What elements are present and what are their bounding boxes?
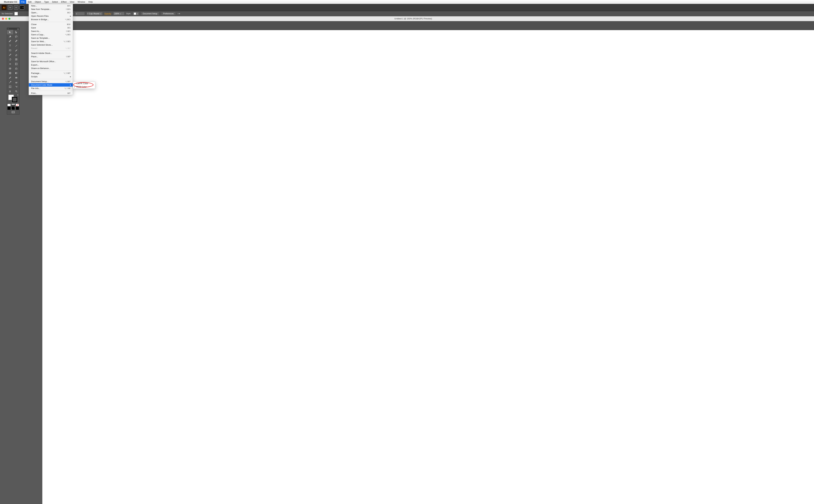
- tool-scale[interactable]: [13, 57, 19, 62]
- tool-lasso[interactable]: [13, 34, 19, 39]
- close-icon[interactable]: ×: [8, 28, 9, 30]
- menu-select[interactable]: Select: [50, 0, 59, 4]
- submenu-item-label: RGB Color: [76, 86, 87, 88]
- file-menu-item-print[interactable]: Print...⌘P: [29, 91, 73, 95]
- tool-blend[interactable]: [13, 75, 19, 80]
- file-menu-item-share-on-behance[interactable]: Share on Behance...: [29, 67, 73, 70]
- tool-pencil[interactable]: [7, 53, 13, 57]
- file-menu-item-browse-in-bridge[interactable]: Browse in Bridge...⌥⌘O: [29, 18, 73, 21]
- tool-perspective[interactable]: [13, 66, 19, 71]
- menu-type[interactable]: Type: [42, 0, 50, 4]
- menu-view[interactable]: View: [68, 0, 76, 4]
- tool-magic-wand[interactable]: [7, 34, 13, 39]
- menu-window[interactable]: Window: [76, 0, 87, 4]
- color-mode-solid[interactable]: [7, 104, 11, 106]
- tool-hand[interactable]: [7, 89, 13, 94]
- file-menu-item-save-as-template[interactable]: Save as Template...: [29, 36, 73, 40]
- file-menu-item-search-adobe-stock[interactable]: Search Adobe Stock...: [29, 51, 73, 55]
- tool-width[interactable]: [7, 62, 13, 66]
- opacity-dropdown[interactable]: 100%: [113, 12, 125, 15]
- app-name[interactable]: Illustrator CC: [4, 1, 17, 3]
- menu-item-shortcut: ⌘N: [67, 5, 70, 7]
- brush-value: 3 pt. Round: [89, 13, 99, 15]
- tool-gradient[interactable]: [13, 71, 19, 75]
- tool-type[interactable]: [7, 43, 13, 48]
- stroke-color-swatch[interactable]: [12, 97, 17, 102]
- tool-eyedropper[interactable]: [7, 75, 13, 80]
- brush-dropdown[interactable]: •3 pt. Round: [86, 12, 103, 15]
- document-tabstrip: [42, 21, 814, 30]
- tool-direct-selection[interactable]: [13, 30, 19, 34]
- window-close-button[interactable]: [2, 18, 4, 20]
- color-mode-option-cmyk-color[interactable]: CMYK Color: [73, 82, 95, 85]
- tool-paintbrush[interactable]: [13, 48, 19, 53]
- file-menu-item-save-as[interactable]: Save As...⇧⌘S: [29, 29, 73, 33]
- tool-zoom[interactable]: [13, 89, 19, 94]
- tool-symbol-sprayer[interactable]: [7, 80, 13, 84]
- tool-shape-builder[interactable]: [7, 66, 13, 71]
- tool-eraser[interactable]: [13, 53, 19, 57]
- preferences-button[interactable]: Preferences: [161, 12, 176, 16]
- menu-file[interactable]: File: [20, 0, 26, 4]
- file-menu-item-save-a-copy[interactable]: Save a Copy...⌥⌘S: [29, 33, 73, 36]
- file-menu-item-package[interactable]: Package...⌥⇧⌘P: [29, 71, 73, 75]
- tools-panel-header[interactable]: × ◂◂: [7, 28, 19, 30]
- arrange-documents-button[interactable]: [20, 5, 24, 10]
- file-menu-item-save-for-microsoft-office[interactable]: Save for Microsoft Office...: [29, 60, 73, 63]
- window-minimize-button[interactable]: [5, 18, 7, 20]
- svg-rect-22: [12, 107, 14, 109]
- menu-item-label: Save: [31, 27, 36, 29]
- tool-rotate[interactable]: [7, 57, 13, 62]
- menu-effect[interactable]: Effect: [60, 0, 68, 4]
- file-menu-item-new[interactable]: New...⌘N: [29, 4, 73, 7]
- style-dropdown[interactable]: [133, 12, 139, 15]
- align-icon[interactable]: ⇿▾: [177, 13, 180, 15]
- file-menu-item-document-setup[interactable]: Document Setup...⌥⌘P: [29, 80, 73, 83]
- stroke-profile-dropdown[interactable]: [75, 12, 85, 15]
- fill-stroke-control[interactable]: ⤭: [7, 94, 19, 103]
- window-zoom-button[interactable]: [8, 18, 10, 20]
- tool-free-transform[interactable]: [13, 62, 19, 66]
- tool-pen[interactable]: [7, 39, 13, 43]
- file-menu-item-close[interactable]: Close⌘W: [29, 23, 73, 26]
- swap-fill-stroke-icon[interactable]: ⤭: [17, 94, 18, 96]
- draw-normal-icon[interactable]: [7, 107, 11, 110]
- tool-line[interactable]: [13, 43, 19, 48]
- tool-rectangle[interactable]: [7, 48, 13, 53]
- color-mode-gradient[interactable]: [11, 104, 15, 106]
- color-mode-option-rgb-color[interactable]: ✓RGB Color: [73, 85, 95, 89]
- menu-edit[interactable]: Edit: [26, 0, 33, 4]
- opacity-label[interactable]: Opacity:: [104, 13, 112, 15]
- tool-mesh[interactable]: [7, 71, 13, 75]
- file-menu-item-new-from-template[interactable]: New from Template...⇧⌘N: [29, 7, 73, 11]
- tool-selection[interactable]: [7, 30, 13, 34]
- file-menu-item-file-info[interactable]: File Info...⌥⇧⌘I: [29, 87, 73, 90]
- file-menu-item-export[interactable]: Export...: [29, 63, 73, 67]
- menu-help[interactable]: Help: [87, 0, 94, 4]
- bridge-button[interactable]: Br: [8, 5, 12, 10]
- tool-curvature[interactable]: [13, 39, 19, 43]
- tool-column-graph[interactable]: [13, 80, 19, 84]
- file-menu-item-open[interactable]: Open...⌘O: [29, 11, 73, 14]
- file-menu-item-open-recent-files[interactable]: Open Recent Files: [29, 14, 73, 18]
- file-menu-item-save[interactable]: Save⌘S: [29, 26, 73, 29]
- fill-swatch[interactable]: [14, 12, 18, 15]
- tool-artboard[interactable]: [7, 84, 13, 89]
- file-menu-item-place[interactable]: Place...⇧⌘P: [29, 55, 73, 58]
- control-bar: No Selection orm •3 pt. Round Opacity: 1…: [0, 11, 814, 16]
- draw-inside-icon[interactable]: [15, 107, 19, 110]
- draw-behind-icon[interactable]: [11, 107, 15, 110]
- file-menu-item-save-for-web[interactable]: Save for Web...⌥⇧⌘S: [29, 40, 73, 43]
- color-mode-none[interactable]: [16, 104, 19, 106]
- stock-button[interactable]: St: [14, 5, 18, 10]
- file-menu-item-scripts[interactable]: Scripts: [29, 75, 73, 78]
- collapse-icon[interactable]: ◂◂: [17, 28, 19, 30]
- tool-slice[interactable]: [13, 84, 19, 89]
- document-setup-button[interactable]: Document Setup: [141, 12, 159, 16]
- screen-mode-button[interactable]: [7, 110, 19, 114]
- menu-item-shortcut: ⌥⇧⌘S: [63, 40, 70, 43]
- canvas[interactable]: [42, 30, 814, 504]
- menu-object[interactable]: Object: [33, 0, 43, 4]
- file-menu-item-document-color-mode[interactable]: Document Color Mode: [29, 83, 73, 87]
- file-menu-item-save-selected-slices[interactable]: Save Selected Slices...: [29, 43, 73, 47]
